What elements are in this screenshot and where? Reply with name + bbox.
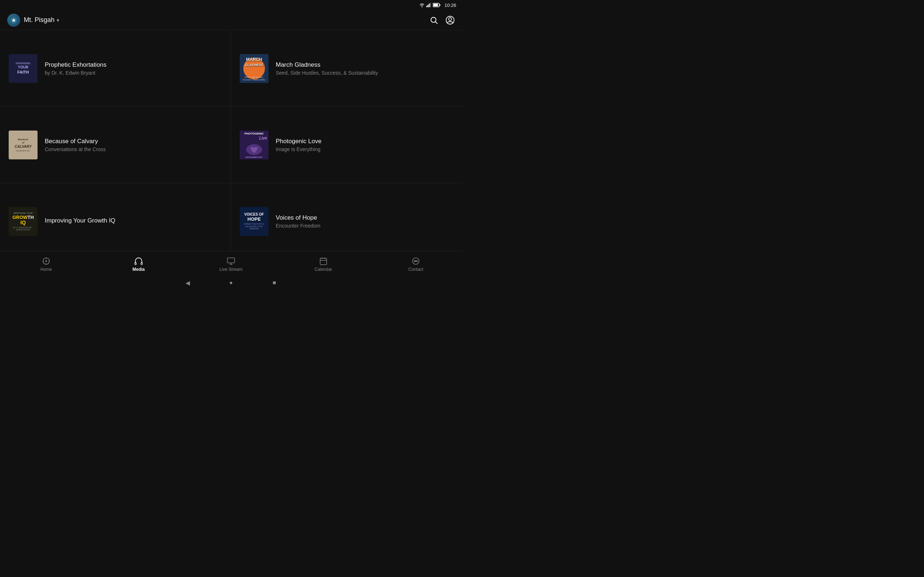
series-info-march: March Gladness Seed, Side Hustles, Succe…: [276, 61, 453, 76]
svg-line-9: [436, 22, 438, 24]
bottom-navigation: Home Media Live Stream Calendar: [0, 251, 462, 277]
nav-item-home[interactable]: Home: [32, 257, 61, 272]
nav-item-contact[interactable]: Contact: [401, 257, 430, 272]
svg-point-31: [417, 260, 417, 261]
series-subtitle-photogenic: Image Is Everything: [276, 147, 453, 152]
series-subtitle-voices: Encounter Freedom: [276, 223, 453, 229]
series-item-prophetic-exhortations[interactable]: ExpandingYOURFAITH Prophetic Exhortation…: [0, 30, 231, 107]
series-thumbnail-photogenic: PHOTOGENIC Live KEDWINBRYANT: [240, 131, 268, 160]
wifi-icon: [419, 3, 425, 7]
svg-point-8: [431, 17, 436, 23]
search-button[interactable]: [430, 16, 438, 24]
status-bar: 10:26: [0, 0, 462, 10]
battery-icon: [433, 3, 441, 7]
series-title-growth: Improving Your Growth IQ: [45, 217, 222, 224]
svg-rect-5: [433, 4, 438, 6]
nav-label-media: Media: [132, 267, 145, 272]
svg-rect-1: [428, 5, 429, 7]
app-name: Mt. Pisgah: [24, 16, 55, 24]
nav-label-contact: Contact: [408, 267, 423, 272]
series-thumbnail-voices: VOICES OF HOPE EXPAND YOUR FAITH &ENCOUN…: [240, 207, 268, 236]
nav-label-home: Home: [40, 267, 52, 272]
status-time: 10:26: [444, 3, 456, 8]
system-navigation-bar: ◀ ● ■: [0, 277, 462, 288]
app-title-button[interactable]: Mt. Pisgah ▾: [24, 16, 59, 24]
profile-button[interactable]: [446, 16, 455, 25]
series-subtitle-march: Seed, Side Hustles, Success, & Sustainab…: [276, 70, 453, 76]
svg-rect-24: [320, 258, 327, 265]
series-subtitle-prophetic: by Dr. K. Edwin Bryant: [45, 70, 222, 76]
series-info-growth: Improving Your Growth IQ: [45, 217, 222, 226]
series-thumbnail-march: MARCHGLADNESS Seed, Side Hustles,Success…: [240, 54, 268, 83]
nav-item-calendar[interactable]: Calendar: [309, 257, 338, 272]
series-info-calvary: Because of Calvary Conversations at the …: [45, 138, 222, 152]
nav-label-calendar: Calendar: [315, 267, 333, 272]
series-title-march: March Gladness: [276, 61, 453, 69]
series-item-voices-hope[interactable]: VOICES OF HOPE EXPAND YOUR FAITH &ENCOUN…: [231, 183, 462, 259]
series-item-march-gladness[interactable]: MARCHGLADNESS Seed, Side Hustles,Success…: [231, 30, 462, 107]
recents-button[interactable]: ■: [271, 279, 278, 286]
series-thumbnail-prophetic: ExpandingYOURFAITH: [9, 54, 37, 83]
svg-point-11: [449, 18, 452, 21]
back-button[interactable]: ◀: [184, 279, 191, 286]
series-info-voices: Voices of Hope Encounter Freedom: [276, 214, 453, 229]
series-item-calvary[interactable]: BecauseofCALVARY KEDWINBRYANT Because of…: [0, 107, 231, 183]
svg-rect-6: [439, 4, 440, 6]
series-thumbnail-growth: IMPROVING YOUR GROWTH IQ DR. K. EDWIN BR…: [9, 207, 37, 236]
svg-point-14: [46, 260, 47, 261]
series-thumbnail-calvary: BecauseofCALVARY KEDWINBRYANT: [9, 131, 37, 160]
status-icons: [419, 3, 441, 7]
series-subtitle-calvary: Conversations at the Cross: [45, 147, 222, 152]
series-title-photogenic: Photogenic Love: [276, 138, 453, 145]
series-title-calvary: Because of Calvary: [45, 138, 222, 145]
series-item-photogenic[interactable]: PHOTOGENIC Live KEDWINBRYANT Photogenic …: [231, 107, 462, 183]
svg-point-29: [414, 260, 415, 261]
signal-icon: [426, 3, 431, 7]
series-title-voices: Voices of Hope: [276, 214, 453, 221]
nav-item-livestream[interactable]: Live Stream: [216, 257, 246, 272]
nav-item-media[interactable]: Media: [124, 257, 153, 272]
svg-rect-2: [429, 3, 430, 7]
header: Mt. Pisgah ▾: [0, 10, 462, 30]
headphones-icon: [134, 257, 143, 266]
series-item-growth-iq[interactable]: IMPROVING YOUR GROWTH IQ DR. K. EDWIN BR…: [0, 183, 231, 259]
header-right: [430, 16, 455, 25]
home-icon: [42, 257, 50, 266]
app-avatar[interactable]: [7, 14, 20, 27]
series-info-prophetic: Prophetic Exhortations by Dr. K. Edwin B…: [45, 61, 222, 76]
series-grid: ExpandingYOURFAITH Prophetic Exhortation…: [0, 30, 462, 259]
svg-rect-21: [228, 258, 234, 263]
series-info-photogenic: Photogenic Love Image Is Everything: [276, 138, 453, 152]
svg-point-30: [415, 260, 416, 261]
monitor-icon: [227, 257, 235, 266]
header-left: Mt. Pisgah ▾: [7, 14, 59, 27]
svg-rect-0: [426, 6, 427, 7]
home-button[interactable]: ●: [228, 279, 234, 286]
svg-rect-3: [430, 3, 431, 7]
chat-icon: [412, 257, 420, 266]
series-title-prophetic: Prophetic Exhortations: [45, 61, 222, 69]
nav-label-livestream: Live Stream: [220, 267, 242, 272]
dropdown-chevron: ▾: [57, 17, 59, 23]
calendar-icon: [319, 257, 328, 266]
